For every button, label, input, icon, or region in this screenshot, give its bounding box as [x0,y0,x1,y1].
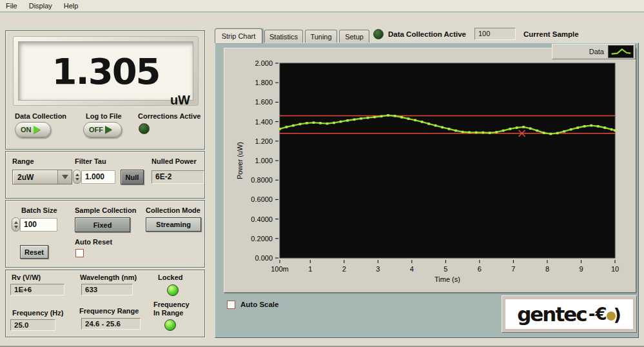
svg-text:10: 10 [611,265,619,273]
locked-led [167,284,179,296]
svg-text:100m: 100m [271,265,289,273]
spin-down-icon [14,226,18,228]
data-collection-toggle[interactable]: ON [15,122,51,137]
legend-swatch-icon [608,45,634,58]
batch-size-field[interactable]: 100 [20,218,57,232]
reset-button[interactable]: Reset [20,245,48,259]
data-collection-active-led [373,29,384,39]
svg-text:0.000: 0.000 [255,254,273,262]
tab-setup[interactable]: Setup [339,30,369,43]
frequency-range-label: Frequency Range [79,307,139,315]
svg-text:1.600: 1.600 [255,98,273,106]
svg-text:8: 8 [545,265,549,273]
svg-text:0.6000: 0.6000 [251,195,273,203]
tab-statistics-label: Statistics [269,33,298,41]
log-to-file-label: Log to File [86,112,122,120]
strip-chart[interactable]: 2.0001.8001.6001.4001.2001.0000.80000.60… [227,52,634,290]
logo-dash-epsilon: -€ [589,304,607,324]
svg-text:4: 4 [410,265,414,273]
range-panel: Range 2uW Filter Tau 1.000 Null Nulled P… [5,151,205,199]
spin-up-icon [14,221,18,224]
svg-text:1.000: 1.000 [255,157,273,164]
rv-label: Rv (V/W) [12,273,41,281]
log-to-file-toggle[interactable]: OFF [83,122,122,137]
svg-text:1.200: 1.200 [255,137,273,145]
tab-tuning-label: Tuning [310,33,331,41]
collection-mode-label: Collection Mode [146,206,200,214]
toggle-lever-icon [34,126,41,134]
filter-tau-field[interactable]: 1.000 [81,170,115,184]
sample-collection-button[interactable]: Fixed [75,217,130,232]
chart-legend[interactable]: Data [552,44,636,59]
batch-size-spinner[interactable] [12,217,20,232]
power-display: 1.305 [18,41,193,101]
frequency-range-field: 24.6 - 25.6 [81,318,141,330]
tab-tuning[interactable]: Tuning [305,30,337,43]
tab-statistics[interactable]: Statistics [264,30,303,43]
svg-text:Power (uW): Power (uW) [236,142,244,179]
gentec-eo-logo: gentec -€ ) [505,299,634,330]
batch-panel: Batch Size 100 Sample Collection Fixed C… [5,200,205,268]
range-dropdown-value: 2uW [13,173,57,182]
wavelength-label: Wavelength (nm) [80,273,137,281]
current-sample-label: Current Sample [523,30,579,38]
locked-label: Locked [158,273,183,281]
tab-strip-chart[interactable]: Strip Chart [215,28,262,43]
svg-text:1: 1 [308,265,312,273]
svg-text:6: 6 [478,265,482,273]
svg-text:1.400: 1.400 [255,118,273,126]
batch-size-label: Batch Size [21,206,57,214]
auto-reset-label: Auto Reset [75,238,112,246]
range-dropdown[interactable]: 2uW [12,170,72,184]
toggle-lever-icon [105,126,112,134]
range-label: Range [12,157,34,165]
svg-text:0.4000: 0.4000 [251,215,273,223]
data-collection-toggle-state: ON [21,126,32,134]
tab-strip-chart-label: Strip Chart [222,32,256,40]
null-button[interactable]: Null [121,170,144,184]
log-to-file-toggle-state: OFF [89,126,103,134]
filter-tau-label: Filter Tau [75,157,106,165]
svg-text:0.2000: 0.2000 [251,235,273,243]
nulled-power-field: 6E-2 [151,170,204,184]
collection-mode-button[interactable]: Streaming [146,217,201,232]
app-window: File Display Help 1.305 uW Data Collecti… [0,0,644,347]
logo-arc: ) [614,304,621,324]
frequency-field: 25.0 [10,319,55,331]
power-unit: uW [170,93,190,108]
tab-setup-label: Setup [345,33,364,41]
legend-label: Data [589,48,604,55]
auto-reset-checkbox[interactable] [75,249,84,257]
spin-up-icon [75,174,79,176]
frequency-label: Frequency (Hz) [12,309,63,317]
frequency-in-range-label-line1: Frequency [153,301,190,308]
corrections-active-led [139,123,150,134]
svg-text:3: 3 [376,265,380,273]
chevron-down-icon [62,175,68,179]
spin-down-icon [75,178,79,181]
menu-display[interactable]: Display [23,1,58,11]
power-value: 1.305 [52,50,159,92]
svg-text:5: 5 [444,265,447,273]
data-collection-label: Data Collection [15,112,66,120]
svg-text:1.800: 1.800 [255,79,273,86]
svg-text:Time (s): Time (s) [434,275,460,283]
svg-text:2.000: 2.000 [255,59,273,67]
auto-scale-checkbox[interactable] [227,301,235,309]
rv-field: 1E+6 [10,284,64,295]
svg-text:0.8000: 0.8000 [251,176,273,184]
info-panel: Rv (V/W) 1E+6 Wavelength (nm) 633 Locked… [5,270,205,337]
nulled-power-label: Nulled Power [151,157,197,165]
sample-collection-label: Sample Collection [75,206,136,214]
menu-bar: File Display Help [0,0,644,12]
frequency-in-range-led [164,319,176,331]
current-sample-field: 100 [474,28,516,40]
dropdown-arrow-box [57,170,72,184]
display-panel: 1.305 uW Data Collection Log to File Cor… [5,30,205,150]
menu-help[interactable]: Help [58,1,84,11]
menu-file[interactable]: File [0,1,23,11]
wavelength-field: 633 [81,284,133,295]
auto-scale-label: Auto Scale [240,301,278,308]
filter-tau-spinner[interactable] [73,170,81,184]
svg-text:9: 9 [579,265,583,273]
